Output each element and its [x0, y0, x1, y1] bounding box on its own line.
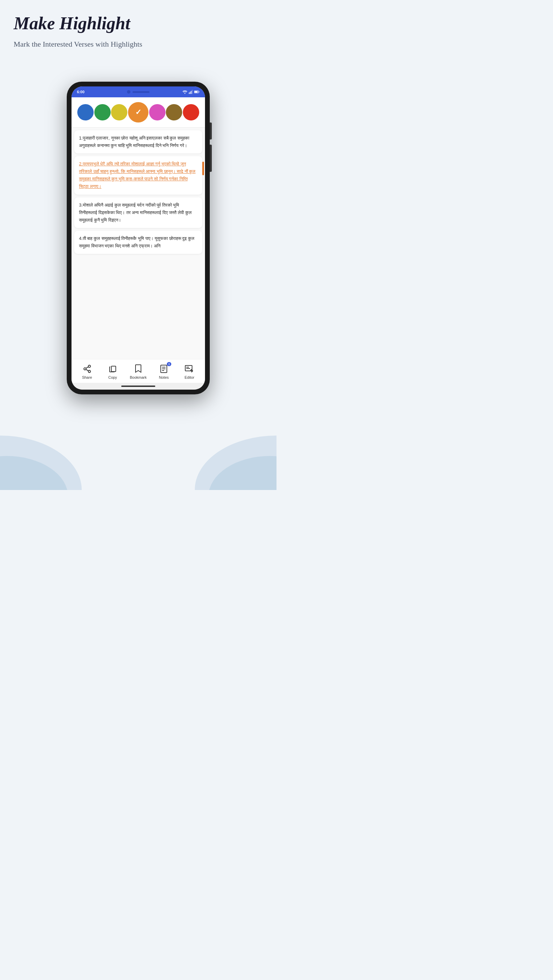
- notes-badge-count: 6: [167, 362, 171, 366]
- svg-rect-4: [189, 92, 190, 94]
- verse-text-4: 4.ती बाह कुल समूहहरूलाई तिनीहरूकै भूमि प…: [79, 235, 198, 250]
- share-action[interactable]: Share: [77, 364, 97, 379]
- verse-text-1: 1.पूजाहारी एलाजार, नूनका छोरा यहोशू अनि …: [79, 134, 198, 150]
- verse-card-1[interactable]: 1.पूजाहारी एलाजार, नूनका छोरा यहोशू अनि …: [74, 130, 202, 153]
- header-section: Make Highlight Mark the Interested Verse…: [14, 14, 263, 50]
- bottom-action-bar: Share Copy: [72, 359, 205, 383]
- copy-action[interactable]: Copy: [102, 364, 123, 379]
- home-indicator: [72, 383, 205, 390]
- verse-card-2[interactable]: 2.परमप्रभुले धेरै अघि त्यो तरिका मोशालाई…: [74, 156, 202, 194]
- wifi-icon: [183, 90, 187, 94]
- svg-line-15: [86, 367, 88, 368]
- notes-label: Notes: [159, 375, 169, 379]
- editor-label: Editor: [185, 375, 194, 379]
- home-bar: [121, 385, 155, 387]
- scroll-indicator: [202, 162, 204, 175]
- editor-icon: [185, 364, 194, 374]
- wave-left: [0, 415, 96, 490]
- page-title: Make Highlight: [14, 14, 263, 33]
- svg-rect-5: [190, 92, 191, 94]
- svg-rect-7: [192, 90, 193, 94]
- status-icons: [183, 90, 199, 94]
- svg-line-14: [86, 369, 88, 371]
- color-green[interactable]: [94, 104, 111, 121]
- phone-inner: 6:00: [72, 86, 205, 390]
- color-yellow[interactable]: [111, 104, 127, 121]
- color-red[interactable]: [183, 104, 199, 121]
- phone-mockup: 6:00: [67, 82, 210, 395]
- bookmark-action[interactable]: Bookmark: [128, 364, 148, 379]
- bookmark-icon: [134, 364, 143, 374]
- svg-point-12: [84, 368, 86, 370]
- battery-icon: [194, 90, 199, 94]
- editor-action[interactable]: Editor: [179, 364, 199, 379]
- share-icon: [83, 364, 92, 374]
- svg-rect-10: [194, 91, 198, 93]
- status-time: 6:00: [77, 90, 84, 94]
- wave-right: [181, 415, 276, 490]
- verse-card-4[interactable]: 4.ती बाह कुल समूहहरूलाई तिनीहरूकै भूमि प…: [74, 231, 202, 254]
- scripture-content: 1.पूजाहारी एलाजार, नूनका छोरा यहोशू अनि …: [72, 127, 205, 359]
- notes-action[interactable]: 6 Notes: [154, 364, 174, 379]
- color-picker-row: ✓: [72, 97, 205, 127]
- camera-notch: [127, 90, 150, 94]
- bookmark-label: Bookmark: [130, 375, 147, 379]
- notes-icon: 6: [159, 364, 169, 374]
- svg-point-13: [88, 370, 91, 372]
- page-subtitle: Mark the Interested Verses with Highligh…: [14, 39, 263, 50]
- svg-point-11: [88, 365, 91, 368]
- svg-rect-6: [191, 91, 192, 94]
- color-blue[interactable]: [77, 104, 94, 121]
- selected-checkmark: ✓: [135, 108, 141, 117]
- color-brown[interactable]: [166, 104, 182, 121]
- svg-rect-16: [112, 366, 116, 372]
- speaker-bar: [132, 91, 150, 93]
- copy-icon: [108, 364, 118, 374]
- copy-label: Copy: [108, 375, 117, 379]
- share-label: Share: [82, 375, 92, 379]
- signal-icon: [189, 90, 193, 94]
- color-pink[interactable]: [149, 104, 166, 121]
- svg-rect-9: [199, 92, 199, 92]
- verse-text-2: 2.परमप्रभुले धेरै अघि त्यो तरिका मोशालाई…: [79, 160, 198, 190]
- camera-dot: [127, 90, 131, 94]
- phone-outer: 6:00: [67, 82, 210, 395]
- verse-card-3[interactable]: 3.मोशाले अघिनै अढाई कुल समूहलाई यर्दन नद…: [74, 197, 202, 228]
- color-orange[interactable]: ✓: [128, 102, 148, 123]
- verse-text-3: 3.मोशाले अघिनै अढाई कुल समूहलाई यर्दन नद…: [79, 202, 198, 224]
- status-bar: 6:00: [72, 86, 205, 97]
